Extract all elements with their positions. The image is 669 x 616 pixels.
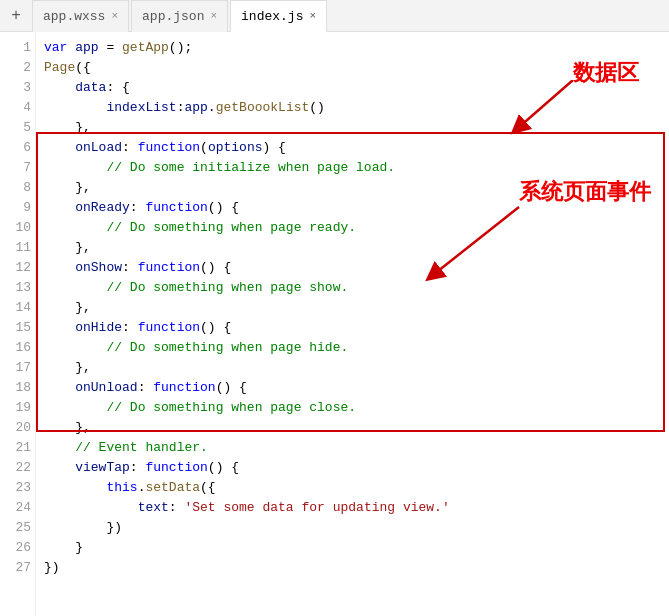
code-line: // Do something when page hide. (44, 338, 669, 358)
line-number: 8 (0, 178, 31, 198)
line-number: 20 (0, 418, 31, 438)
code-line: // Do something when page show. (44, 278, 669, 298)
code-area[interactable]: var app = getApp();Page({ data: { indexL… (36, 32, 669, 616)
line-number: 12 (0, 258, 31, 278)
code-line: Page({ (44, 58, 669, 78)
line-number: 23 (0, 478, 31, 498)
tab-close-icon[interactable]: × (309, 10, 316, 22)
code-line: text: 'Set some data for updating view.' (44, 498, 669, 518)
line-number: 6 (0, 138, 31, 158)
code-line: }, (44, 298, 669, 318)
tab-label: app.json (142, 9, 204, 24)
line-number: 9 (0, 198, 31, 218)
tab-label: app.wxss (43, 9, 105, 24)
code-line: viewTap: function() { (44, 458, 669, 478)
line-number: 27 (0, 558, 31, 578)
line-number: 17 (0, 358, 31, 378)
line-number: 18 (0, 378, 31, 398)
code-line: this.setData({ (44, 478, 669, 498)
line-number: 16 (0, 338, 31, 358)
code-line: }, (44, 418, 669, 438)
editor: 1234567891011121314151617181920212223242… (0, 32, 669, 616)
code-line: }, (44, 118, 669, 138)
tab-bar: + app.wxss × app.json × index.js × (0, 0, 669, 32)
code-line: // Do some initialize when page load. (44, 158, 669, 178)
line-number: 22 (0, 458, 31, 478)
code-line: // Do something when page close. (44, 398, 669, 418)
line-number: 13 (0, 278, 31, 298)
line-number: 21 (0, 438, 31, 458)
line-number: 5 (0, 118, 31, 138)
code-line: indexList:app.getBoookList() (44, 98, 669, 118)
tab-index-js[interactable]: index.js × (230, 0, 327, 32)
line-number: 11 (0, 238, 31, 258)
line-number: 25 (0, 518, 31, 538)
code-line: // Event handler. (44, 438, 669, 458)
code-line: onHide: function() { (44, 318, 669, 338)
add-tab-button[interactable]: + (4, 4, 28, 28)
code-line: }) (44, 518, 669, 538)
line-number: 2 (0, 58, 31, 78)
line-number: 26 (0, 538, 31, 558)
line-number: 7 (0, 158, 31, 178)
code-line: }) (44, 558, 669, 578)
code-line: } (44, 538, 669, 558)
tab-close-icon[interactable]: × (111, 10, 118, 22)
code-line: onReady: function() { (44, 198, 669, 218)
line-numbers: 1234567891011121314151617181920212223242… (0, 32, 36, 616)
line-number: 19 (0, 398, 31, 418)
code-line: var app = getApp(); (44, 38, 669, 58)
code-line: }, (44, 238, 669, 258)
code-line: }, (44, 358, 669, 378)
code-line: onShow: function() { (44, 258, 669, 278)
line-number: 3 (0, 78, 31, 98)
code-line: onUnload: function() { (44, 378, 669, 398)
code-line: data: { (44, 78, 669, 98)
line-number: 24 (0, 498, 31, 518)
line-number: 1 (0, 38, 31, 58)
code-line: }, (44, 178, 669, 198)
tab-label: index.js (241, 9, 303, 24)
line-number: 10 (0, 218, 31, 238)
line-number: 15 (0, 318, 31, 338)
line-number: 14 (0, 298, 31, 318)
line-number: 4 (0, 98, 31, 118)
code-line: onLoad: function(options) { (44, 138, 669, 158)
tab-close-icon[interactable]: × (210, 10, 217, 22)
code-line: // Do something when page ready. (44, 218, 669, 238)
tab-app-wxss[interactable]: app.wxss × (32, 0, 129, 32)
tab-app-json[interactable]: app.json × (131, 0, 228, 32)
